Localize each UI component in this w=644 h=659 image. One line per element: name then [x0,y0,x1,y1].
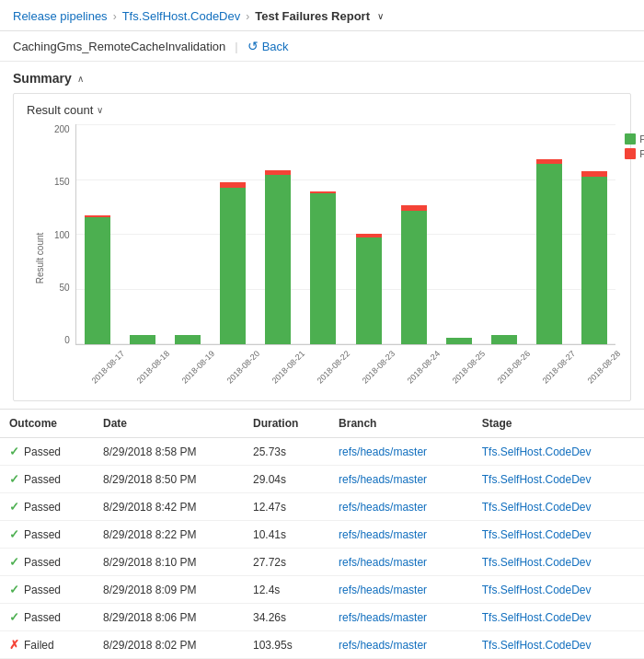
td-duration-6: 34.26s [244,604,329,631]
legend-failed-box [625,148,636,159]
y-tick-100: 100 [54,230,70,240]
td-stage-0: Tfs.SelfHost.CodeDev [473,438,644,466]
td-outcome-1: ✓Passed [0,466,94,493]
y-tick-200: 200 [54,124,70,134]
col-outcome: Outcome [0,410,94,438]
td-stage-5: Tfs.SelfHost.CodeDev [473,576,644,604]
outcome-label-0: Passed [24,445,61,458]
bar-passed-2018-08-21 [265,175,291,344]
x-label-2018-08-22: 2018-08-22 [315,349,351,386]
x-label-2018-08-28: 2018-08-28 [586,349,623,386]
table-row: ✓Passed8/29/2018 8:58 PM25.73srefs/heads… [0,438,644,466]
subheader: CachingGms_RemoteCacheInvalidation | ↺ B… [0,31,644,62]
bar-group-2018-08-23 [347,124,389,344]
stage-link-6[interactable]: Tfs.SelfHost.CodeDev [482,611,592,624]
back-button[interactable]: ↺ Back [247,39,289,53]
x-label-2018-08-23: 2018-08-23 [360,349,397,386]
td-stage-6: Tfs.SelfHost.CodeDev [473,604,644,631]
td-outcome-6: ✓Passed [0,604,94,631]
x-label-2018-08-24: 2018-08-24 [406,349,443,386]
td-outcome-2: ✓Passed [0,493,94,521]
stage-link-4[interactable]: Tfs.SelfHost.CodeDev [482,556,592,569]
branch-link-5[interactable]: refs/heads/master [339,584,427,596]
outcome-label-5: Passed [24,584,61,596]
stage-link-7[interactable]: Tfs.SelfHost.CodeDev [482,639,592,652]
td-branch-3: refs/heads/master [329,521,473,549]
legend-passed-label: Passed [639,133,644,145]
legend-failed-label: Failed [639,148,644,159]
table-row: ✓Passed8/29/2018 8:09 PM12.4srefs/heads/… [0,576,644,604]
branch-link-1[interactable]: refs/heads/master [339,473,427,486]
chart-title: Result count [27,103,93,117]
stage-link-2[interactable]: Tfs.SelfHost.CodeDev [482,501,592,514]
bar-group-2018-08-28 [573,124,615,344]
bars-area [75,124,616,345]
stage-link-3[interactable]: Tfs.SelfHost.CodeDev [482,528,592,541]
bar-passed-2018-08-28 [581,177,607,344]
col-date: Date [94,410,244,438]
td-date-2: 8/29/2018 8:42 PM [94,493,244,521]
bar-group-2018-08-27 [528,124,570,344]
td-outcome-7: ✗Failed [0,631,94,659]
breadcrumb-current: Test Failures Report [255,9,370,23]
table-row: ✓Passed8/29/2018 8:22 PM10.41srefs/heads… [0,521,644,549]
breadcrumb-release-pipelines[interactable]: Release pipelines [13,9,108,23]
breadcrumb: Release pipelines › Tfs.SelfHost.CodeDev… [13,9,384,23]
chart-dropdown-icon[interactable]: ∨ [97,105,103,115]
table-body: ✓Passed8/29/2018 8:58 PM25.73srefs/heads… [0,438,644,659]
summary-header[interactable]: Summary ∧ [13,71,631,86]
x-label-2018-08-18: 2018-08-18 [134,349,171,386]
branch-link-6[interactable]: refs/heads/master [339,611,427,624]
breadcrumb-dropdown-icon[interactable]: ∨ [377,11,384,21]
outcome-label-4: Passed [24,556,61,569]
bar-group-2018-08-21 [257,124,299,344]
breadcrumb-pipeline-name[interactable]: Tfs.SelfHost.CodeDev [122,9,241,23]
col-stage: Stage [473,410,644,438]
legend-passed: Passed [625,133,644,145]
table-row: ✓Passed8/29/2018 8:10 PM27.72srefs/heads… [0,549,644,576]
td-outcome-4: ✓Passed [0,549,94,576]
td-duration-4: 27.72s [244,549,329,576]
bar-passed-2018-08-25 [446,338,472,344]
stage-link-0[interactable]: Tfs.SelfHost.CodeDev [482,445,592,458]
bar-group-2018-08-19 [167,124,209,344]
branch-link-7[interactable]: refs/heads/master [339,639,427,652]
table-header: Outcome Date Duration Branch Stage [0,410,644,438]
breadcrumb-sep-2: › [246,10,249,23]
x-label-2018-08-17: 2018-08-17 [89,349,126,386]
bar-passed-2018-08-24 [401,211,427,344]
bar-group-2018-08-17 [76,124,119,344]
header: Release pipelines › Tfs.SelfHost.CodeDev… [0,0,644,31]
summary-section: Summary ∧ Result count ∨ Result count 20… [0,62,644,401]
bar-group-2018-08-26 [483,124,525,344]
legend-failed: Failed [625,148,644,159]
outcome-label-1: Passed [24,473,61,486]
branch-link-0[interactable]: refs/heads/master [339,445,427,458]
x-label-2018-08-19: 2018-08-19 [179,349,216,386]
results-table: Outcome Date Duration Branch Stage ✓Pass… [0,410,644,659]
table-row: ✓Passed8/29/2018 8:50 PM29.04srefs/heads… [0,466,644,493]
x-label-2018-08-25: 2018-08-25 [451,349,488,386]
collapse-icon: ∧ [77,74,84,84]
bar-passed-2018-08-27 [536,164,562,344]
td-date-7: 8/29/2018 8:02 PM [94,631,244,659]
y-tick-150: 150 [54,177,70,187]
bar-group-2018-08-25 [438,124,480,344]
outcome-icon-6: ✓ [9,610,19,624]
td-branch-4: refs/heads/master [329,549,473,576]
outcome-icon-2: ✓ [9,500,19,514]
td-date-4: 8/29/2018 8:10 PM [94,549,244,576]
branch-link-4[interactable]: refs/heads/master [339,556,427,569]
table-row: ✓Passed8/29/2018 8:06 PM34.26srefs/heads… [0,604,644,631]
bar-passed-2018-08-19 [175,335,201,344]
stage-link-1[interactable]: Tfs.SelfHost.CodeDev [482,473,592,486]
branch-link-3[interactable]: refs/heads/master [339,528,427,541]
td-outcome-0: ✓Passed [0,438,94,466]
bar-group-2018-08-20 [212,124,254,344]
back-icon: ↺ [247,39,259,53]
td-duration-7: 103.95s [244,631,329,659]
branch-link-2[interactable]: refs/heads/master [339,501,427,514]
stage-link-5[interactable]: Tfs.SelfHost.CodeDev [482,584,592,596]
td-branch-5: refs/heads/master [329,576,473,604]
chart-container: Result count ∨ Result count 200 150 100 … [13,93,631,401]
